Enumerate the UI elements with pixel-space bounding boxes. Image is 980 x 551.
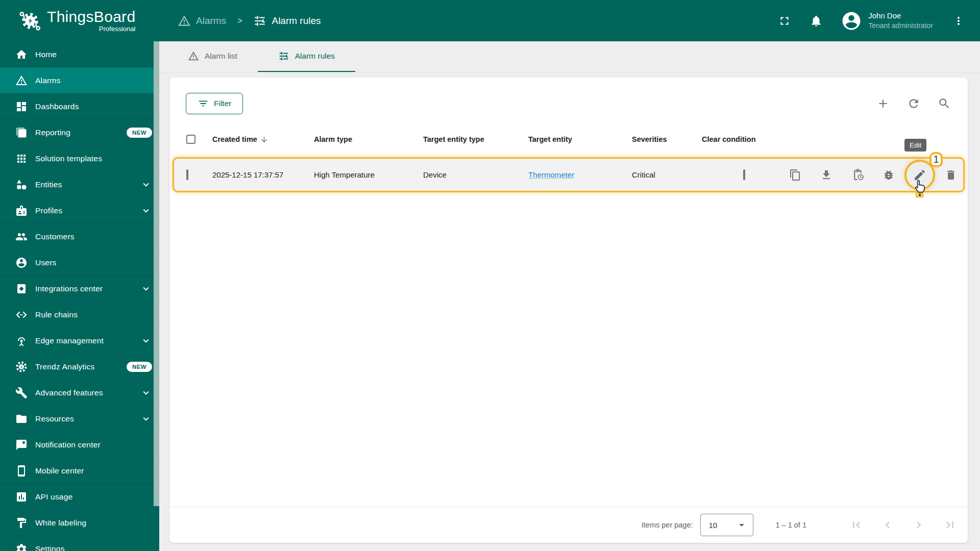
sidebar-item-dashboards[interactable]: Dashboards [0, 93, 159, 119]
tab-bar: Alarm list Alarm rules [159, 41, 980, 72]
trash-icon [945, 169, 957, 181]
clear-condition-checkbox[interactable] [743, 169, 745, 180]
edit-action-annotated: Edit 1 [911, 166, 929, 184]
fullscreen-button[interactable] [774, 11, 795, 31]
page-size-value: 10 [709, 521, 718, 530]
alarm-rules-card: Filter Crea [169, 78, 968, 543]
sidebar-item-customers[interactable]: Customers [0, 223, 159, 249]
resources-icon [15, 413, 28, 425]
notification-center-icon [15, 439, 28, 451]
first-page-button[interactable] [850, 518, 863, 532]
column-clear-condition[interactable]: Clear condition [702, 135, 786, 143]
sidebar-item-profiles[interactable]: Profiles [0, 197, 159, 223]
api-usage-icon [15, 491, 28, 503]
row-select-cell [186, 170, 212, 179]
sidebar-item-notification-center[interactable]: Notification center [0, 432, 159, 458]
table-row[interactable]: 2025-12-15 17:37:57 High Temperature Dev… [173, 157, 965, 192]
delete-button[interactable] [942, 166, 960, 184]
app-body: Home Alarms Dashboards Reporting NEW Sol… [0, 41, 980, 551]
logo[interactable]: ThingsBoard Professional [0, 8, 159, 34]
cell-target-entity-type: Device [423, 170, 528, 179]
sidebar-item-integrations-center[interactable]: Integrations center [0, 276, 159, 302]
download-button[interactable] [817, 166, 836, 184]
cell-alarm-type: High Temperature [314, 170, 423, 179]
cell-target-entity-link[interactable]: Thermometer [528, 170, 632, 179]
row-checkbox[interactable] [186, 169, 188, 180]
user-info[interactable]: John Doe Tenant administrator [868, 11, 933, 31]
select-all-checkbox[interactable] [186, 135, 195, 144]
refresh-button[interactable] [903, 93, 924, 114]
first-page-icon [850, 518, 863, 532]
sidebar-item-reporting[interactable]: Reporting NEW [0, 119, 159, 145]
tab-alarm-rules[interactable]: Alarm rules [258, 41, 355, 72]
cell-created-time: 2025-12-15 17:37:57 [212, 170, 314, 179]
new-badge: NEW [127, 362, 152, 372]
pager-controls [832, 518, 957, 532]
alarms-breadcrumb-icon [178, 14, 191, 28]
column-target-entity-type[interactable]: Target entity type [423, 135, 528, 143]
step-1-badge: 1 [929, 152, 943, 167]
chevron-down-icon [140, 387, 152, 398]
users-icon [15, 257, 28, 269]
sidebar-item-users[interactable]: Users [0, 249, 159, 276]
breadcrumb-separator: > [237, 16, 242, 26]
select-all-cell [186, 135, 212, 144]
user-avatar[interactable] [840, 9, 863, 33]
column-alarm-type[interactable]: Alarm type [314, 135, 423, 143]
page-size-select[interactable]: 10 [700, 514, 753, 536]
sidebar-item-mobile-center[interactable]: Mobile center [0, 458, 159, 484]
search-button[interactable] [934, 93, 954, 114]
sidebar-item-alarms[interactable]: Alarms [0, 67, 159, 93]
next-page-button[interactable] [912, 518, 925, 532]
last-page-button[interactable] [943, 518, 957, 532]
add-button[interactable] [873, 93, 893, 114]
dropdown-caret-icon [736, 519, 748, 531]
dashboards-icon [15, 101, 28, 113]
alarm-list-tab-icon [188, 51, 199, 62]
alarm-rules-breadcrumb-icon [253, 14, 266, 28]
header-menu-button[interactable] [948, 11, 969, 31]
sidebar-item-advanced-features[interactable]: Advanced features [0, 380, 159, 406]
edit-tooltip: Edit [904, 139, 926, 152]
column-target-entity[interactable]: Target entity [528, 135, 632, 143]
trendz-analytics-icon [15, 361, 28, 373]
breadcrumb: Alarms > Alarm rules [178, 14, 321, 28]
chevron-down-icon [140, 335, 152, 346]
download-icon [820, 169, 832, 181]
chevron-right-icon [912, 518, 925, 532]
previous-page-button[interactable] [881, 518, 894, 532]
alarm-rules-tab-icon [278, 51, 289, 62]
sidebar-item-edge-management[interactable]: Edge management [0, 328, 159, 354]
items-per-page-label: Items per page: [642, 521, 693, 529]
column-created-time[interactable]: Created time [212, 135, 314, 144]
sidebar-item-settings[interactable]: Settings [0, 536, 159, 551]
app-title: ThingsBoard [47, 9, 135, 25]
cell-clear-condition [743, 170, 745, 179]
chevron-down-icon [140, 179, 152, 190]
sidebar-item-rule-chains[interactable]: Rule chains [0, 302, 159, 328]
bell-icon [810, 14, 823, 28]
export-schedule-button[interactable] [848, 166, 867, 184]
sidebar-item-white-labeling[interactable]: White labeling [0, 510, 159, 536]
breadcrumb-section[interactable]: Alarms [196, 15, 226, 27]
sidebar-item-trendz-analytics[interactable]: Trendz Analytics NEW [0, 354, 159, 380]
kebab-menu-icon [952, 15, 965, 27]
sidebar-scrollbar[interactable] [154, 41, 159, 506]
sidebar-item-api-usage[interactable]: API usage [0, 484, 159, 510]
notifications-button[interactable] [806, 11, 826, 31]
sidebar-item-home[interactable]: Home [0, 41, 159, 67]
thingsboard-app: ThingsBoard Professional Alarms > Alarm … [0, 0, 980, 551]
column-severities[interactable]: Severities [632, 135, 702, 143]
mobile-center-icon [15, 465, 28, 477]
table-header-row: Created time Alarm type Target entity ty… [169, 121, 968, 157]
user-name: John Doe [868, 11, 933, 21]
filter-button[interactable]: Filter [186, 93, 243, 114]
sidebar-item-resources[interactable]: Resources [0, 406, 159, 432]
integrations-icon [15, 283, 28, 295]
plus-icon [876, 97, 890, 110]
sidebar-item-entities[interactable]: Entities [0, 171, 159, 197]
debug-button[interactable] [879, 166, 898, 184]
tab-alarm-list[interactable]: Alarm list [167, 41, 258, 72]
sidebar-item-solution-templates[interactable]: Solution templates [0, 145, 159, 171]
copy-button[interactable] [786, 166, 804, 184]
